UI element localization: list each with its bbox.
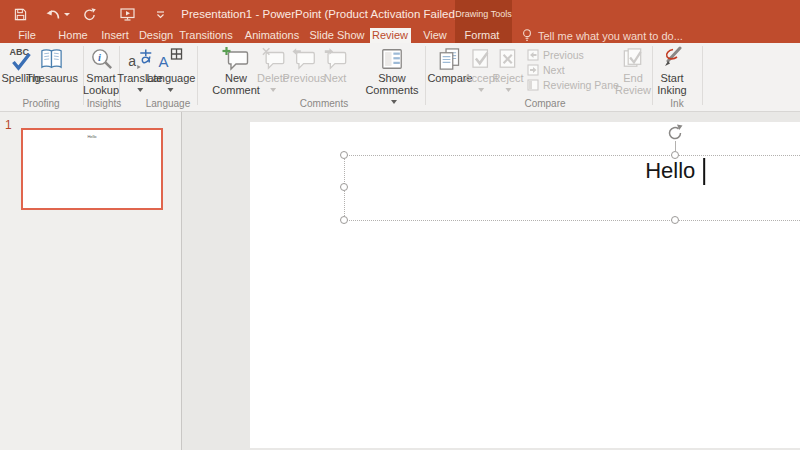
- tab-animations[interactable]: Animations: [245, 28, 299, 43]
- slide-number: 1: [5, 118, 12, 132]
- new-comment-label: New Comment: [211, 73, 261, 96]
- resize-handle-middle-left[interactable]: [340, 183, 348, 191]
- textbox-text[interactable]: Hello: [645, 158, 705, 185]
- start-inking-icon: [659, 45, 685, 73]
- language-icon: A: [158, 45, 184, 73]
- delete-dropdown-caret: [270, 88, 276, 92]
- show-comments-icon: [380, 45, 404, 73]
- svg-text:a: a: [128, 53, 136, 69]
- start-inking-button[interactable]: Start Inking: [651, 45, 693, 96]
- reject-label: Reject: [492, 73, 523, 85]
- accept-icon: [468, 45, 493, 73]
- ribbon: ABC Spelling Thesaurus Proofing i Smart …: [0, 43, 800, 112]
- reject-button: Reject: [492, 45, 523, 92]
- thesaurus-icon: [39, 45, 64, 73]
- slide-thumbnail-panel: 1 Hello: [0, 112, 182, 450]
- reviewing-pane-icon: [527, 79, 539, 91]
- lightbulb-icon: [522, 29, 532, 42]
- previous-change-label: Previous: [543, 49, 584, 61]
- redo-icon[interactable]: [78, 0, 100, 28]
- next-comment-label: Next: [324, 73, 347, 85]
- language-button[interactable]: A Language: [147, 45, 196, 92]
- insights-group-label: Insights: [87, 98, 121, 109]
- ribbon-tab-row: File Home Insert Design Transitions Anim…: [0, 28, 800, 43]
- next-change-label: Next: [543, 64, 565, 76]
- previous-comment-button: Previous: [283, 45, 326, 85]
- end-review-label: End Review: [610, 73, 656, 96]
- undo-icon[interactable]: [42, 0, 64, 28]
- textbox-border-top[interactable]: [344, 155, 800, 156]
- compare-group-label: Compare: [524, 98, 565, 109]
- previous-comment-label: Previous: [283, 73, 326, 85]
- tab-design[interactable]: Design: [139, 28, 173, 43]
- start-inking-label: Start Inking: [651, 73, 693, 96]
- reviewing-pane-label: Reviewing Pane: [543, 79, 619, 91]
- language-group-label: Language: [146, 98, 191, 109]
- undo-dropdown-icon[interactable]: [62, 0, 72, 28]
- previous-change-button: Previous: [527, 49, 584, 61]
- tab-slide-show[interactable]: Slide Show: [309, 28, 364, 43]
- workspace: 1 Hello Hello: [0, 112, 800, 450]
- tab-transitions[interactable]: Transitions: [179, 28, 232, 43]
- previous-comment-icon: [291, 45, 317, 73]
- end-review-button: End Review: [610, 45, 656, 96]
- group-divider: [197, 46, 198, 105]
- next-change-icon: [527, 64, 539, 76]
- group-divider: [425, 46, 426, 105]
- rotate-handle-icon[interactable]: [666, 124, 684, 142]
- resize-handle-bottom-left[interactable]: [340, 216, 348, 224]
- thesaurus-button[interactable]: Thesaurus: [26, 45, 78, 85]
- window-title: Presentation1 - PowerPoint (Product Acti…: [150, 0, 490, 28]
- reviewing-pane-button: Reviewing Pane: [527, 79, 619, 91]
- slide-canvas[interactable]: [250, 122, 800, 448]
- thumbnail-text: Hello: [37, 134, 147, 139]
- rotate-handle-stem: [675, 141, 676, 151]
- show-comments-label: Show Comments: [361, 73, 423, 108]
- comments-group-label: Comments: [300, 98, 348, 109]
- new-comment-icon: [222, 45, 250, 73]
- tab-view[interactable]: View: [423, 28, 447, 43]
- start-from-beginning-icon[interactable]: [116, 0, 138, 28]
- thesaurus-label: Thesaurus: [26, 73, 78, 85]
- language-label: Language: [147, 73, 196, 85]
- tab-insert[interactable]: Insert: [101, 28, 129, 43]
- tab-file[interactable]: File: [18, 28, 36, 43]
- reject-icon: [496, 45, 521, 73]
- language-dropdown-caret: [168, 88, 174, 92]
- title-bar: Presentation1 - PowerPoint (Product Acti…: [0, 0, 800, 28]
- previous-change-icon: [527, 49, 539, 61]
- proofing-group-label: Proofing: [22, 98, 59, 109]
- reject-dropdown-caret: [505, 88, 511, 92]
- ink-group-label: Ink: [670, 98, 683, 109]
- tell-me-label: Tell me what you want to do...: [538, 30, 683, 42]
- translate-dropdown-caret: [137, 88, 143, 92]
- next-comment-icon: [322, 45, 348, 73]
- next-comment-button: Next: [322, 45, 348, 85]
- next-change-button: Next: [527, 64, 565, 76]
- group-divider: [702, 46, 703, 105]
- compare-icon: [437, 45, 464, 73]
- tell-me-box[interactable]: Tell me what you want to do...: [522, 28, 683, 43]
- smart-lookup-icon: i: [89, 45, 114, 73]
- tab-review[interactable]: Review: [372, 28, 408, 43]
- slide-thumbnail[interactable]: Hello: [21, 128, 163, 210]
- tab-home[interactable]: Home: [58, 28, 87, 43]
- svg-text:A: A: [159, 53, 169, 70]
- show-comments-dropdown-caret: [391, 100, 397, 104]
- accept-dropdown-caret: [478, 88, 484, 92]
- textbox-text-value: Hello: [645, 158, 695, 184]
- save-icon[interactable]: [9, 0, 31, 28]
- text-cursor: [703, 158, 705, 185]
- tab-format[interactable]: Format: [465, 28, 500, 43]
- show-comments-button[interactable]: Show Comments: [361, 45, 423, 108]
- powerpoint-window: Presentation1 - PowerPoint (Product Acti…: [0, 0, 800, 450]
- contextual-tab-group-header: Drawing Tools: [455, 0, 512, 28]
- resize-handle-top-left[interactable]: [340, 151, 348, 159]
- end-review-icon: [620, 45, 646, 73]
- resize-handle-bottom-center[interactable]: [671, 216, 679, 224]
- new-comment-button[interactable]: New Comment: [211, 45, 261, 96]
- textbox-border-bottom[interactable]: [344, 220, 800, 221]
- svg-text:i: i: [97, 51, 100, 62]
